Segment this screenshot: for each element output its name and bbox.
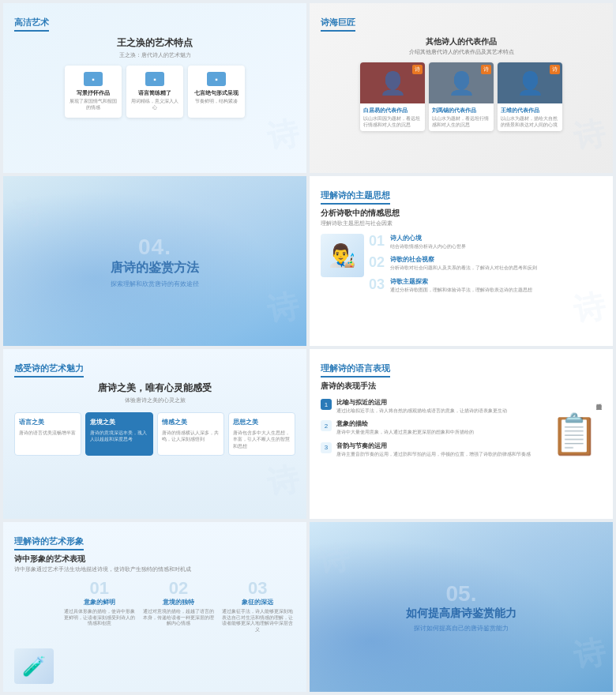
people-icon: 👨‍🎨 xyxy=(329,242,356,269)
step-num-7-3: 03 xyxy=(220,580,295,597)
slide-7-title: 理解诗的艺术形象 xyxy=(14,535,84,550)
poet-person-icon-1: 👤 xyxy=(379,70,407,96)
card-desc-3: 节奏鲜明，结构紧凑 xyxy=(193,99,240,105)
slide-4-content: 👨‍🎨 01 诗人的心境 结合诗歌情感分析诗人内心的心世界 02 诗歌的社会视察… xyxy=(321,234,602,299)
step-desc-7-2: 通过对意境的描绘，超越了语言的本身，传递给读者一种更深层的理解内心情感 xyxy=(141,609,216,627)
card-label-1: 写景抒怀作品 xyxy=(69,89,117,97)
card-icon-3: ▪ xyxy=(207,72,226,86)
card-5-2: 意境之美 唐诗的意境深远丰美，瑰入人以超超和深度思考 xyxy=(85,412,152,456)
slide-3-subtitle: 探索理解和欣赏唐诗的有效途径 xyxy=(111,280,199,288)
item-row-3: 03 诗歌主题探索 通过分析诗歌图面，理解和体验诗手法，理解诗歌表达诗的主题思想 xyxy=(369,277,602,293)
watermark-8b: 诗 xyxy=(570,630,609,678)
list-num-6-2: 2 xyxy=(321,420,332,431)
list-num-6-3: 3 xyxy=(321,442,332,453)
slide-4-items: 01 诗人的心境 结合诗歌情感分析诗人内心的心世界 02 诗歌的社会视察 分析诗… xyxy=(369,234,602,299)
item-content-2: 诗歌的社会视察 分析诗歌对社会问题和人及关系的看法，了解诗人对社会的思考和反则 xyxy=(390,255,537,271)
card-desc-5-1: 唐诗的语言优美流畅增半富 xyxy=(19,430,77,436)
card-icon-1: ▪ xyxy=(84,72,103,86)
slide-2-center-title: 其他诗人的代表作品 xyxy=(321,36,602,47)
step-7-1: 01 意象的鲜明 通过具体形象的描绘，使诗中形象更鲜明，让读者深刻感受到诗人的情… xyxy=(62,580,137,633)
watermark-8a: 诗 xyxy=(314,535,353,584)
item-row-2: 02 诗歌的社会视察 分析诗歌对社会问题和人及关系的看法，了解诗人对社会的思考和… xyxy=(369,255,602,271)
item-desc-1: 结合诗歌情感分析诗人内心的心世界 xyxy=(390,243,466,250)
item-num-3: 03 xyxy=(369,277,386,291)
item-content-3: 诗歌主题探索 通过分析诗歌图面，理解和体验诗手法，理解诗歌表达诗的主题思想 xyxy=(390,277,532,293)
list-text-6-1: 比喻与拟近的运用 通过比喻拟近手法，诗人将自然的感观描绘成语言的意象，让描诗的语… xyxy=(336,398,507,414)
card-desc-5-4: 唐诗包含多中大人生思想，丰富，引人不断人生的智慧和思想 xyxy=(233,430,291,449)
slide-1: 诗 高洁艺术 王之涣的艺术特点 王之涣：唐代诗人的艺术魅力 ▪ 写景抒怀作品 展… xyxy=(3,3,306,173)
card-5-4: 思想之美 唐诗包含多中大人生思想，丰富，引人不断人生的智慧和思想 xyxy=(228,412,295,456)
step-title-7-2: 意境的独特 xyxy=(141,599,216,607)
poet-img-3: 👤 诗 xyxy=(498,62,562,103)
item-num-1: 01 xyxy=(369,234,386,248)
item-title-3: 诗歌主题探索 xyxy=(390,277,532,286)
slide-5: 诗 感受诗的艺术魅力 唐诗之美，唯有心灵能感受 体验唐诗之美的心灵之旅 语言之美… xyxy=(3,349,306,519)
poet-badge-2: 诗 xyxy=(481,65,491,74)
poet-card-2: 👤 诗 刘禹锡的代表作品 以山水为题材，看远坦行情感和对人生的沉思 xyxy=(429,62,494,131)
slide-7-section-sub: 诗中形象通过艺术手法生动地描述诗境，使诗歌产生独特的情感和对机成 xyxy=(14,566,295,573)
list-num-6-1: 1 xyxy=(321,399,332,410)
poet-name-3: 王维的代表作品 xyxy=(501,107,559,115)
list-text-6-2: 意象的描绘 唐诗中大量使用意象，诗人通过意象把更深层的想象和中所描绘的 xyxy=(336,419,474,435)
item-content-1: 诗人的心境 结合诗歌情感分析诗人内心的心世界 xyxy=(390,234,466,250)
step-title-7-1: 意象的鲜明 xyxy=(62,599,137,607)
slide-3: 诗 诗 04. 唐诗的鉴赏方法 探索理解和欣赏唐诗的有效途径 xyxy=(3,176,306,346)
slide-8-subtitle: 探讨如何提高自己的唐诗鉴赏能力 xyxy=(414,624,509,633)
slide-7-section-title: 诗中形象的艺术表现 xyxy=(14,554,295,565)
slide-6-img: 📋 研究唐诗手法高提鉴赏能力 xyxy=(547,398,602,463)
slide-8-main-title: 如何提高唐诗鉴赏能力 xyxy=(406,607,516,621)
poet-name-1: 白居易的代表作品 xyxy=(363,107,422,115)
slide-5-main-title: 唐诗之美，唯有心灵能感受 xyxy=(14,381,295,395)
slide-5-cards: 语言之美 唐诗的语言优美流畅增半富 意境之美 唐诗的意境深远丰美，瑰入人以超超和… xyxy=(14,412,295,456)
card-3: ▪ 七言绝句形式呈现 节奏鲜明，结构紧凑 xyxy=(188,66,245,118)
poet-card-3: 👤 诗 王维的代表作品 以山水为题材，描绘大自然的情景和表达对人间的心境 xyxy=(498,62,562,131)
item-row-1: 01 诗人的心境 结合诗歌情感分析诗人内心的心世界 xyxy=(369,234,602,250)
slide-4-title: 理解诗的主题思想 xyxy=(321,190,390,205)
slide-1-title: 高洁艺术 xyxy=(14,17,49,32)
card-desc-5-3: 唐诗的情感横认人深多，共鸣，让人深刻感悟到 xyxy=(162,430,220,443)
card-2: ▪ 语言简练精了 用词精练，意义深入人心 xyxy=(126,66,183,118)
slide-5-subtitle: 体验唐诗之美的心灵之旅 xyxy=(14,396,295,404)
step-num-7-2: 02 xyxy=(141,580,216,597)
poet-info-1: 白居易的代表作品 以山水田园为题材，看远坦行情感和对人生的沉思 xyxy=(360,103,425,131)
poet-person-icon-3: 👤 xyxy=(516,70,544,96)
card-5-3: 情感之美 唐诗的情感横认人深多，共鸣，让人深刻感悟到 xyxy=(157,412,224,456)
poet-img-1: 👤 诗 xyxy=(360,62,425,103)
slide-4-section-sub: 理解诗歌主题思想与社会因素 xyxy=(321,220,602,227)
list-desc-6-1: 通过比喻拟近手法，诗人将自然的感观描绘成语言的意象，让描诗的语表象更生动 xyxy=(336,408,507,414)
poet-img-2: 👤 诗 xyxy=(429,62,494,103)
card-5-1: 语言之美 唐诗的语言优美流畅增半富 xyxy=(14,412,81,456)
poet-card-1: 👤 诗 白居易的代表作品 以山水田园为题材，看远坦行情感和对人生的沉思 xyxy=(360,62,425,131)
slide-4-illustration: 👨‍🎨 xyxy=(321,234,364,277)
slide-1-cards: ▪ 写景抒怀作品 展现了家国情气和报国的情感 ▪ 语言简练精了 用词精练，意义深… xyxy=(14,66,295,118)
watermark-1: 诗 xyxy=(264,111,302,160)
slide-3-main-title: 唐诗的鉴赏方法 xyxy=(111,260,199,276)
slide-1-subtitle: 王之涣：唐代诗人的艺术魅力 xyxy=(14,51,295,59)
watermark-3a: 诗 xyxy=(8,190,47,238)
item-desc-3: 通过分析诗歌图面，理解和体验诗手法，理解诗歌表达诗的主题思想 xyxy=(390,287,532,293)
card-desc-5-2: 唐诗的意境深远丰美，瑰入人以超超和深度思考 xyxy=(90,430,148,443)
card-icon-2: ▪ xyxy=(145,72,164,86)
card-title-5-3: 情感之美 xyxy=(162,419,220,426)
poet-desc-2: 以山水为题材，看远坦行情感和对人生的沉思 xyxy=(432,116,490,128)
slide-7-illustration: 🧪 xyxy=(14,648,54,684)
poet-badge-3: 诗 xyxy=(550,65,560,74)
slide-6: 理解诗的语言表现 唐诗的表现手法 1 比喻与拟近的运用 通过比喻拟近手法，诗人将… xyxy=(310,349,613,519)
card-label-3: 七言绝句形式呈现 xyxy=(193,89,240,97)
poet-desc-3: 以山水为题材，描绘大自然的情景和表达对人间的心境 xyxy=(501,116,559,128)
slide-7: 理解诗的艺术形象 诗中形象的艺术表现 诗中形象通过艺术手法生动地描述诗境，使诗歌… xyxy=(3,522,306,692)
poet-person-icon-2: 👤 xyxy=(448,70,475,96)
list-item-6-3: 3 音韵与节奏的运用 唐诗主重音韵节奏的运用，通过韵和节拍的运用，停顿的位置，增… xyxy=(321,441,540,457)
list-item-6-1: 1 比喻与拟近的运用 通过比喻拟近手法，诗人将自然的感观描绘成语言的意象，让描诗… xyxy=(321,398,540,414)
step-7-2: 02 意境的独特 通过对意境的描绘，超越了语言的本身，传递给读者一种更深层的理解… xyxy=(141,580,216,633)
slide-4-section-title: 分析诗歌中的情感思想 xyxy=(321,208,602,219)
slide-6-title: 理解诗的语言表现 xyxy=(321,363,390,378)
watermark-5: 诗 xyxy=(264,457,302,505)
poet-name-2: 刘禹锡的代表作品 xyxy=(432,107,490,115)
item-num-2: 02 xyxy=(369,255,386,269)
slide-8-num: 05. xyxy=(446,581,477,607)
slide-7-steps: 01 意象的鲜明 通过具体形象的描绘，使诗中形象更鲜明，让读者深刻感受到诗人的情… xyxy=(62,580,295,633)
slide-6-section-title: 唐诗的表现手法 xyxy=(321,381,602,392)
card-desc-2: 用词精练，意义深入人心 xyxy=(131,99,178,111)
lab-icon: 🧪 xyxy=(22,656,46,678)
